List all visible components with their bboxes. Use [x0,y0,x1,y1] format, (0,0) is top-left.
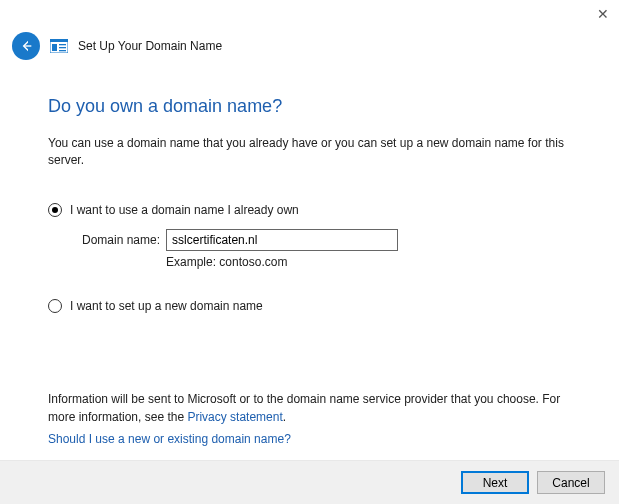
bottom-info: Information will be sent to Microsoft or… [48,391,571,446]
radio-new-domain[interactable]: I want to set up a new domain name [48,299,571,313]
arrow-left-icon [18,38,34,54]
next-button[interactable]: Next [461,471,529,494]
radio-own-label: I want to use a domain name I already ow… [70,203,299,217]
domain-name-input[interactable] [166,229,398,251]
info-line: Information will be sent to Microsoft or… [48,392,560,423]
info-text: Information will be sent to Microsoft or… [48,392,560,423]
svg-rect-6 [59,50,66,51]
help-link[interactable]: Should I use a new or existing domain na… [48,432,571,446]
domain-example-text: Example: contoso.com [166,255,571,269]
title-bar: Set Up Your Domain Name [0,0,619,70]
svg-rect-5 [59,47,66,48]
radio-icon [48,203,62,217]
page-heading: Do you own a domain name? [48,96,571,117]
page-description: You can use a domain name that you alrea… [48,135,571,169]
domain-name-row: Domain name: [82,229,571,251]
privacy-link[interactable]: Privacy statement [187,410,282,424]
radio-icon [48,299,62,313]
close-icon[interactable]: ✕ [597,6,609,22]
content-area: Do you own a domain name? You can use a … [0,70,619,313]
cancel-button[interactable]: Cancel [537,471,605,494]
svg-rect-0 [24,45,31,46]
svg-rect-4 [59,44,66,45]
back-button[interactable] [12,32,40,60]
info-period: . [283,410,286,424]
window-title: Set Up Your Domain Name [78,39,222,53]
domain-name-label: Domain name: [82,233,160,247]
radio-own-domain[interactable]: I want to use a domain name I already ow… [48,203,571,217]
svg-rect-2 [50,39,68,42]
svg-rect-3 [52,44,57,51]
footer-bar: Next Cancel [0,460,619,504]
radio-new-label: I want to set up a new domain name [70,299,263,313]
wizard-icon [50,39,68,53]
